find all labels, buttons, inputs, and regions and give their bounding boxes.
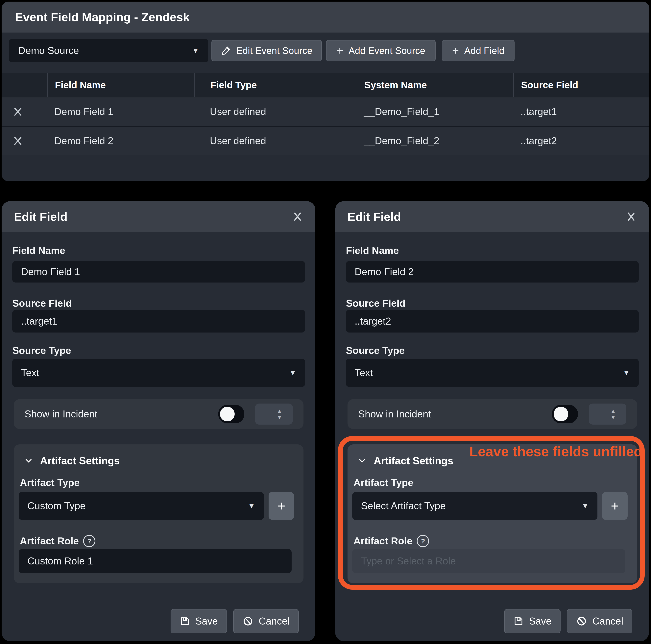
stepper-up-icon: ▲	[610, 408, 616, 414]
artifact-type-select[interactable]: Custom Type ▼	[19, 492, 264, 520]
chevron-down-icon	[24, 456, 33, 465]
cancel-label: Cancel	[259, 615, 289, 627]
artifact-settings-header[interactable]: Artifact Settings	[24, 455, 120, 467]
table-header-field-type: Field Type	[194, 73, 356, 97]
table-header-row: Field Name Field Type System Name Source…	[2, 73, 649, 97]
artifact-settings-section: Artifact Settings Artifact Type Custom T…	[14, 444, 304, 583]
field-mapping-table: Field Name Field Type System Name Source…	[2, 73, 649, 155]
cell-field-type: User defined	[194, 97, 356, 126]
add-field-button[interactable]: + Add Field	[442, 40, 515, 61]
delete-row-icon[interactable]	[13, 106, 23, 117]
source-type-label: Source Type	[12, 345, 71, 356]
artifact-role-input[interactable]	[19, 549, 291, 573]
artifact-settings-label: Artifact Settings	[374, 455, 454, 467]
save-button[interactable]: Save	[170, 609, 227, 633]
artifact-settings-header[interactable]: Artifact Settings	[358, 455, 454, 467]
toggle-knob	[554, 407, 568, 421]
artifact-role-label: Artifact Role ?	[20, 535, 95, 547]
annotation-text: Leave these fields unfilled	[469, 443, 642, 459]
edit-event-source-button[interactable]: Edit Event Source	[212, 40, 322, 61]
plus-icon: +	[277, 498, 285, 514]
artifact-type-select[interactable]: Select Artifact Type ▼	[352, 492, 597, 520]
cell-source-field: ..target1	[513, 97, 649, 126]
chevron-down-icon: ▼	[582, 502, 589, 510]
table-header-source-field: Source Field	[513, 73, 649, 97]
source-field-input[interactable]	[346, 310, 639, 333]
edit-event-source-label: Edit Event Source	[236, 45, 312, 56]
add-artifact-type-button[interactable]: +	[269, 492, 294, 520]
cell-field-name: Demo Field 1	[47, 97, 194, 126]
show-in-incident-row: Show in Incident ▲ ▼	[14, 399, 304, 429]
show-in-incident-toggle[interactable]	[552, 405, 578, 423]
source-field-label: Source Field	[346, 298, 405, 309]
show-in-incident-label: Show in Incident	[358, 408, 431, 420]
cancel-icon	[242, 616, 253, 627]
help-icon[interactable]: ?	[417, 535, 429, 547]
cancel-icon	[576, 616, 587, 627]
help-icon[interactable]: ?	[83, 535, 95, 547]
source-type-label: Source Type	[346, 345, 405, 356]
field-name-label: Field Name	[12, 245, 65, 256]
field-name-input[interactable]	[346, 261, 639, 282]
artifact-settings-label: Artifact Settings	[40, 455, 120, 467]
cell-field-type: User defined	[194, 127, 356, 155]
source-type-value: Text	[355, 367, 373, 378]
edit-field-dialog-1: Edit Field Field Name Source Field Sourc…	[2, 201, 315, 641]
close-icon[interactable]	[626, 211, 637, 222]
artifact-type-label: Artifact Type	[20, 477, 80, 488]
add-artifact-type-button[interactable]: +	[602, 492, 628, 520]
close-icon[interactable]	[292, 211, 303, 222]
dialog-title: Edit Field	[14, 210, 67, 223]
artifact-type-value: Select Artifact Type	[361, 500, 446, 512]
field-name-input[interactable]	[12, 261, 305, 282]
incident-order-stepper[interactable]: ▲ ▼	[255, 403, 293, 425]
chevron-down-icon: ▼	[289, 369, 296, 377]
source-type-select[interactable]: Text ▼	[12, 359, 305, 387]
delete-row-icon[interactable]	[13, 136, 23, 146]
stepper-down-icon: ▼	[610, 414, 616, 420]
table-header-delete	[2, 73, 47, 97]
add-event-source-label: Add Event Source	[348, 45, 425, 56]
table-header-system-name: System Name	[356, 73, 513, 97]
window-title: Event Field Mapping - Zendesk	[15, 10, 190, 24]
save-button[interactable]: Save	[504, 609, 561, 633]
show-in-incident-toggle[interactable]	[218, 405, 244, 423]
cell-source-field: ..target2	[513, 127, 649, 155]
artifact-role-input[interactable]	[352, 549, 625, 573]
source-field-input[interactable]	[12, 310, 305, 333]
window-title-bar: Event Field Mapping - Zendesk	[2, 2, 649, 33]
plus-icon: +	[611, 498, 619, 514]
field-name-label: Field Name	[346, 245, 399, 256]
chevron-down-icon	[358, 456, 367, 465]
cell-system-name: __Demo_Field_2	[356, 127, 513, 155]
dialog-header: Edit Field	[335, 201, 649, 232]
dialog-header: Edit Field	[2, 201, 315, 232]
stepper-up-icon: ▲	[277, 408, 282, 414]
source-field-label: Source Field	[12, 298, 72, 309]
table-row[interactable]: Demo Field 2 User defined __Demo_Field_2…	[2, 126, 649, 155]
chevron-down-icon: ▼	[248, 502, 255, 510]
source-type-value: Text	[21, 367, 39, 378]
event-source-select[interactable]: Demo Source ▼	[9, 39, 208, 62]
cancel-label: Cancel	[592, 615, 623, 627]
artifact-type-label: Artifact Type	[353, 477, 413, 488]
event-source-select-value: Demo Source	[18, 45, 79, 56]
table-header-field-name: Field Name	[47, 73, 194, 97]
pencil-icon	[221, 45, 231, 56]
cancel-button[interactable]: Cancel	[233, 609, 299, 633]
save-icon	[180, 616, 190, 626]
incident-order-stepper[interactable]: ▲ ▼	[589, 403, 626, 425]
add-event-source-button[interactable]: + Add Event Source	[326, 40, 436, 61]
save-icon	[513, 616, 524, 626]
source-type-select[interactable]: Text ▼	[346, 359, 639, 387]
cell-system-name: __Demo_Field_1	[356, 97, 513, 126]
table-row[interactable]: Demo Field 1 User defined __Demo_Field_1…	[2, 97, 649, 126]
cancel-button[interactable]: Cancel	[567, 609, 632, 633]
edit-field-dialog-2: Edit Field Field Name Source Field Sourc…	[335, 201, 649, 641]
add-field-label: Add Field	[464, 45, 504, 56]
toggle-knob	[220, 407, 235, 421]
save-label: Save	[529, 615, 551, 627]
dialog-title: Edit Field	[347, 210, 401, 223]
cell-field-name: Demo Field 2	[47, 127, 194, 155]
show-in-incident-label: Show in Incident	[25, 408, 97, 420]
